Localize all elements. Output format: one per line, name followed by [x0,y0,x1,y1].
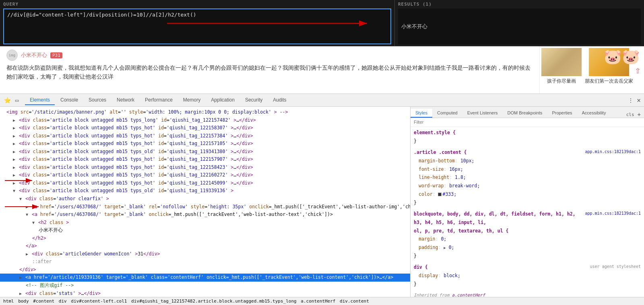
results-label: RESULTS (1) [398,2,641,7]
query-label: QUERY [3,2,391,7]
css-rule-blockquote: app.min.css:182139dac:1 blockquote, body… [414,210,641,260]
breadcrumb-qiushi-tag[interactable]: div#qiushi_tag_122157482.article.block.u… [131,299,297,304]
tab-audits[interactable]: Audits [268,95,291,105]
styles-content: element.style { } .article .content { ap… [411,127,644,297]
author-row: img 小米不开心 P31 [6,50,533,61]
devtools-panel: ⭐ ▭ Elements Console Sources Network Per… [0,94,644,305]
dom-panel[interactable]: <img src='/static/images/banner.png' alt… [0,107,411,297]
dom-text-node: 小米不开心 [0,226,410,234]
breadcrumb-contentherf[interactable]: a.contentHerf [301,299,335,304]
styles-tabs: Styles Computed Event Listeners DOM Brea… [411,107,644,118]
devtools-body: <img src='/static/images/banner.png' alt… [0,107,644,297]
css-close-brace: } [414,138,417,144]
devtools-toolbar: ⭐ ▭ Elements Console Sources Network Per… [0,94,644,107]
css-props: display: block; [414,272,641,280]
dom-line: ▶ <div class='article block untagged mb1… [0,156,410,164]
dom-line: ▼ <h2 class > [0,219,410,227]
tab-memory[interactable]: Memory [178,95,205,105]
decorative-chars: 🐷🐷 [604,48,640,65]
add-style-icon[interactable]: + [638,111,641,118]
breadcrumb-div-content[interactable]: div.content [340,299,369,304]
css-selector: element.style { [414,130,456,135]
dom-line: ▶ <div class='article block untagged mb1… [0,164,410,172]
breadcrumb-bar: html body #content div div#content-left.… [0,297,644,305]
dom-line: ▼ <div class='article block untagged mb1… [0,187,410,195]
css-rule-div: user agent stylesheet div { display: blo… [414,263,641,288]
tab-event-listeners[interactable]: Event Listeners [462,109,503,118]
close-icon[interactable]: ✕ [637,96,641,104]
breadcrumb-html[interactable]: html [3,299,14,304]
dom-line: ▶ <div class='article block untagged mb1… [0,116,410,124]
avatar: img [6,50,18,61]
dom-line: ▶ <a href='/users/4637068/' target='_bla… [0,203,410,211]
dom-line: </h2> [0,234,410,243]
css-selector: blockquote, body, dd, div, dl, dt, field… [414,211,576,225]
dom-line: ▶ <div class='stats' >…</div> [0,290,410,297]
thumb-img-1 [541,48,582,76]
css-rule-element-style: element.style { } [414,129,641,145]
tab-sources[interactable]: Sources [84,95,111,105]
breadcrumb-content[interactable]: #content [33,299,54,304]
thumbnail-1: 孩子你尽量画 [541,48,582,92]
css-source: app.min.css:182139dac:1 [585,148,641,156]
cursor-icon[interactable]: ⭐ [3,96,11,104]
inherited-label: Inherited from a.contentHerf [414,291,641,297]
dom-line: ::after [0,258,410,266]
chevron-up-icon[interactable]: ⇧ [635,64,641,76]
style-filter-input[interactable] [414,120,641,124]
cls-label: cls [626,112,634,117]
tab-application[interactable]: Application [206,95,239,105]
styles-panel: Styles Computed Event Listeners DOM Brea… [411,107,644,297]
dom-line: <!-- 图片或gif --> [0,282,410,290]
dom-line: ▼ <a href='/users/4637068/' target='_bla… [0,211,410,219]
filter-bar [411,118,644,127]
query-section: QUERY //div[@id="content-left"]/div[posi… [0,0,644,46]
dom-line: ▶ <div class='articleGender womenIcon' >… [0,250,410,258]
breadcrumb-div[interactable]: div [59,299,67,304]
css-props: margin: 0; padding: ▶ 0; [414,235,641,251]
dom-line: ▼ <div class='author clearfix' > [0,195,410,203]
dom-selected-line: ▶ <a href='/article/119339136' target='_… [0,274,410,282]
tab-computed[interactable]: Computed [432,109,462,118]
dom-line: ▶ <div class='article block untagged mb1… [0,179,410,187]
dom-line: ▶ <div class='article block untagged mb1… [0,140,410,148]
tab-elements[interactable]: Elements [25,95,55,105]
css-selector: .article .content { [414,149,467,155]
username: 小米不开心 [21,52,47,59]
app-wrapper: QUERY //div[@id="content-left"]/div[posi… [0,0,644,305]
toolbar-icons: ⭐ ▭ [3,96,21,104]
css-selector: div { [414,264,428,270]
dom-line: ▶ <div class='article block untagged mb1… [0,148,410,156]
dom-line: ▶ <div class='article block untagged mb1… [0,124,410,132]
styles-actions: cls + [623,111,644,118]
breadcrumb-content-left[interactable]: div#content-left.col1 [71,299,127,304]
tab-accessibility[interactable]: Accessibility [577,109,611,118]
dom-line: </a> [0,242,410,250]
thumb-label-2: 朋友们第一次去岳父家 [585,78,633,85]
tab-network[interactable]: Network [112,95,139,105]
results-section: RESULTS (1) 小米不开心 [394,0,644,46]
overflow-menu-icon[interactable]: ⋮ [628,97,634,104]
dom-line: ▶ <div class='article block untagged mb1… [0,171,410,179]
css-rule-article-content: .article .content { app.min.css:182139da… [414,148,641,207]
results-content: 小米不开心 [398,8,641,44]
result-value: 小米不开心 [401,23,427,30]
devtools-actions: ⋮ ✕ [628,96,641,104]
tab-styles[interactable]: Styles [411,109,432,118]
tab-console[interactable]: Console [56,95,83,105]
thumb-label-1: 孩子你尽量画 [547,78,576,85]
inspect-icon[interactable]: ▭ [13,96,21,104]
preview-text: 都在说防火防盗防闺蜜，我就想知道有几个人会跟闺蜜的老公搅合在一起？有几个男的会跟… [6,63,533,81]
tab-dom-breakpoints[interactable]: DOM Breakpoints [503,109,547,118]
content-preview: img 小米不开心 P31 都在说防火防盗防闺蜜，我就想知道有几个人会跟闺蜜的老… [0,46,644,94]
breadcrumb-body[interactable]: body [18,299,29,304]
tab-properties[interactable]: Properties [547,109,577,118]
dom-line: <img src='/static/images/banner.png' alt… [0,108,410,116]
query-input[interactable]: //div[@id="content-left"]/div[position()… [3,8,391,44]
user-badge: P31 [50,52,62,58]
dom-line: ▶ <div class='article block untagged mb1… [0,132,410,140]
preview-left: img 小米不开心 P31 都在说防火防盗防闺蜜，我就想知道有几个人会跟闺蜜的老… [0,46,539,93]
tab-performance[interactable]: Performance [140,95,178,105]
tab-security[interactable]: Security [240,95,267,105]
query-left: QUERY //div[@id="content-left"]/div[posi… [0,0,394,46]
